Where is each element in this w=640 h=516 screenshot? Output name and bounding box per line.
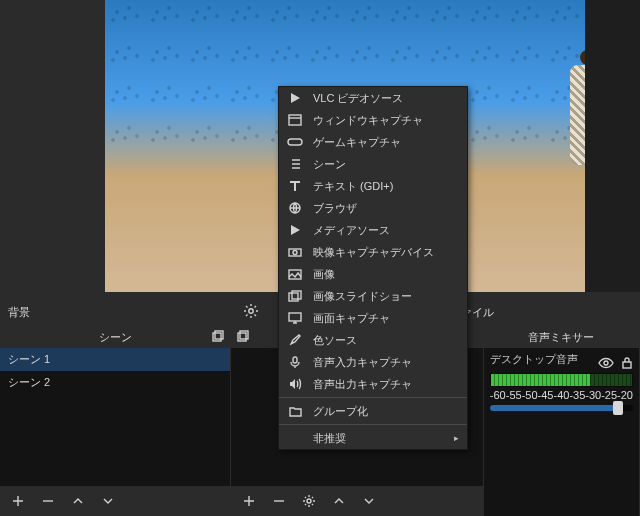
menu-item-display-capture[interactable]: 画面キャプチャ: [279, 307, 467, 329]
svg-point-13: [293, 251, 297, 255]
volume-meter: [490, 373, 633, 387]
scenes-list[interactable]: シーン 1 シーン 2: [0, 348, 230, 486]
menu-item-browser[interactable]: ブラウザ: [279, 197, 467, 219]
gamepad-icon: [287, 135, 303, 149]
scene-item[interactable]: シーン 1: [0, 348, 230, 371]
menu-item-text[interactable]: テキスト (GDI+): [279, 175, 467, 197]
move-up-button[interactable]: [70, 493, 86, 509]
remove-button[interactable]: [40, 493, 56, 509]
left-gutter: [0, 0, 105, 292]
scenes-header[interactable]: シーン: [0, 326, 230, 348]
svg-rect-7: [623, 362, 631, 368]
svg-rect-10: [288, 139, 302, 145]
svg-rect-18: [293, 357, 297, 363]
scene-item[interactable]: シーン 2: [0, 371, 230, 394]
source-row-icons: [598, 356, 634, 370]
svg-rect-1: [213, 333, 221, 341]
image-icon: [287, 267, 303, 281]
menu-item-scene[interactable]: シーン: [279, 153, 467, 175]
menu-item-group[interactable]: グループ化: [279, 400, 467, 422]
remove-button[interactable]: [271, 493, 287, 509]
settings-icon[interactable]: [243, 303, 259, 319]
menu-separator: [279, 424, 467, 425]
menu-item-audio-input[interactable]: 音声入力キャプチャ: [279, 351, 467, 373]
monitor-icon: [287, 311, 303, 325]
menu-item-color-source[interactable]: 色ソース: [279, 329, 467, 351]
popout-icon[interactable]: [212, 330, 224, 342]
window-icon: [287, 113, 303, 127]
globe-icon: [287, 201, 303, 215]
mixer-title: 音声ミキサー: [528, 330, 594, 345]
menu-item-vlc[interactable]: VLC ビデオソース: [279, 87, 467, 109]
text-icon: [287, 179, 303, 193]
menu-item-video-capture[interactable]: 映像キャプチャデバイス: [279, 241, 467, 263]
settings-button[interactable]: [301, 493, 317, 509]
add-button[interactable]: [10, 493, 26, 509]
menu-item-image[interactable]: 画像: [279, 263, 467, 285]
mic-icon: [287, 355, 303, 369]
menu-item-deprecated[interactable]: 非推奨: [279, 427, 467, 449]
folder-icon: [287, 404, 303, 418]
svg-rect-3: [238, 333, 246, 341]
menu-item-game-capture[interactable]: ゲームキャプチャ: [279, 131, 467, 153]
lock-icon[interactable]: [620, 356, 634, 370]
popout-icon[interactable]: [237, 330, 249, 342]
mixer-body: デスクトップ音声 -60-55-50-45-40-35-30-25-20: [484, 348, 639, 516]
sources-toolbar: [231, 486, 483, 516]
svg-rect-4: [240, 331, 248, 339]
camera-icon: [287, 245, 303, 259]
move-down-button[interactable]: [100, 493, 116, 509]
volume-slider[interactable]: [490, 405, 633, 411]
svg-rect-17: [289, 313, 301, 321]
svg-rect-16: [292, 291, 301, 299]
mixer-header[interactable]: 音声ミキサー: [484, 326, 639, 348]
add-source-menu: VLC ビデオソース ウィンドウキャプチャ ゲームキャプチャ シーン テキスト …: [278, 86, 468, 450]
menu-separator: [279, 397, 467, 398]
menu-item-audio-output[interactable]: 音声出力キャプチャ: [279, 373, 467, 395]
svg-point-6: [604, 361, 608, 365]
scenes-dock: シーン シーン 1 シーン 2: [0, 326, 231, 516]
eye-icon[interactable]: [598, 356, 614, 370]
svg-point-0: [249, 309, 253, 313]
menu-item-window-capture[interactable]: ウィンドウキャプチャ: [279, 109, 467, 131]
play-icon: [287, 223, 303, 237]
mixer-dock: 音声ミキサー デスクトップ音声 -60-55-50-45-40-35-30-25…: [484, 326, 640, 516]
menu-item-media-source[interactable]: メディアソース: [279, 219, 467, 241]
brush-icon: [287, 333, 303, 347]
scenes-title: シーン: [99, 330, 132, 345]
move-down-button[interactable]: [361, 493, 377, 509]
play-icon: [287, 91, 303, 105]
svg-rect-8: [289, 115, 301, 125]
scenes-toolbar: [0, 486, 230, 516]
slides-icon: [287, 289, 303, 303]
menu-item-slideshow[interactable]: 画像スライドショー: [279, 285, 467, 307]
meter-scale: -60-55-50-45-40-35-30-25-20: [484, 389, 639, 401]
move-up-button[interactable]: [331, 493, 347, 509]
add-button[interactable]: [241, 493, 257, 509]
list-icon: [287, 157, 303, 171]
svg-point-5: [307, 499, 311, 503]
preview-figure: [535, 50, 585, 250]
svg-rect-15: [289, 293, 298, 301]
speaker-icon: [287, 377, 303, 391]
svg-rect-2: [215, 331, 223, 339]
background-label: 背景: [8, 305, 30, 320]
